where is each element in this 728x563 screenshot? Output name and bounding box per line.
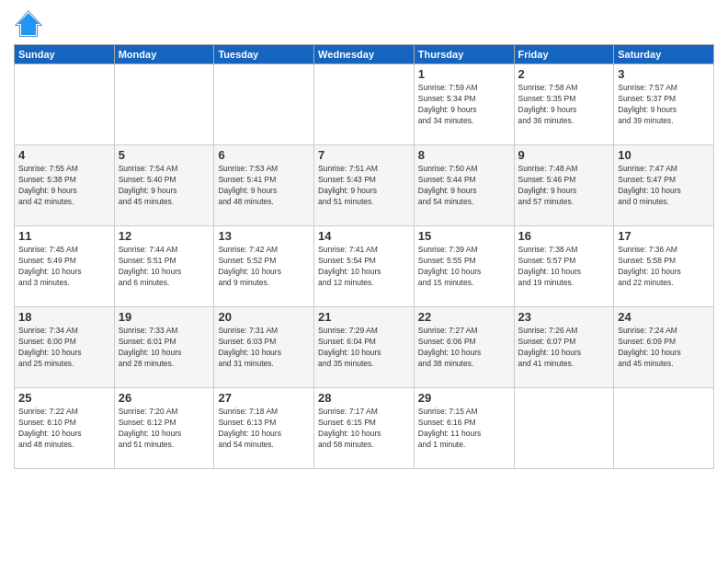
day-info: Sunrise: 7:51 AM Sunset: 5:43 PM Dayligh… — [318, 164, 410, 208]
calendar-cell — [114, 64, 214, 145]
day-info: Sunrise: 7:34 AM Sunset: 6:00 PM Dayligh… — [18, 326, 110, 370]
calendar-week-row: 18Sunrise: 7:34 AM Sunset: 6:00 PM Dayli… — [15, 307, 714, 388]
calendar-week-row: 1Sunrise: 7:59 AM Sunset: 5:34 PM Daylig… — [15, 64, 714, 145]
day-number: 17 — [618, 229, 710, 243]
calendar-cell — [15, 64, 115, 145]
day-number: 6 — [218, 148, 310, 162]
day-number: 9 — [518, 148, 610, 162]
day-info: Sunrise: 7:17 AM Sunset: 6:15 PM Dayligh… — [318, 407, 410, 451]
calendar-cell: 2Sunrise: 7:58 AM Sunset: 5:35 PM Daylig… — [514, 64, 614, 145]
svg-marker-0 — [17, 13, 40, 35]
day-info: Sunrise: 7:58 AM Sunset: 5:35 PM Dayligh… — [518, 83, 610, 127]
calendar-cell: 5Sunrise: 7:54 AM Sunset: 5:40 PM Daylig… — [114, 145, 214, 226]
day-info: Sunrise: 7:39 AM Sunset: 5:55 PM Dayligh… — [418, 245, 510, 289]
calendar-cell: 20Sunrise: 7:31 AM Sunset: 6:03 PM Dayli… — [214, 307, 314, 388]
calendar-cell: 11Sunrise: 7:45 AM Sunset: 5:49 PM Dayli… — [15, 226, 115, 307]
calendar-cell — [214, 64, 314, 145]
calendar-cell: 8Sunrise: 7:50 AM Sunset: 5:44 PM Daylig… — [414, 145, 514, 226]
day-number: 24 — [618, 310, 710, 324]
day-info: Sunrise: 7:20 AM Sunset: 6:12 PM Dayligh… — [119, 407, 210, 451]
day-number: 19 — [119, 310, 210, 324]
day-info: Sunrise: 7:18 AM Sunset: 6:13 PM Dayligh… — [218, 407, 310, 451]
day-info: Sunrise: 7:31 AM Sunset: 6:03 PM Dayligh… — [218, 326, 310, 370]
calendar-cell — [614, 388, 714, 469]
day-info: Sunrise: 7:42 AM Sunset: 5:52 PM Dayligh… — [218, 245, 310, 289]
day-number: 15 — [418, 229, 510, 243]
day-info: Sunrise: 7:33 AM Sunset: 6:01 PM Dayligh… — [119, 326, 210, 370]
weekday-header: Wednesday — [314, 45, 415, 64]
calendar-cell: 9Sunrise: 7:48 AM Sunset: 5:46 PM Daylig… — [514, 145, 614, 226]
calendar-cell: 27Sunrise: 7:18 AM Sunset: 6:13 PM Dayli… — [214, 388, 314, 469]
day-info: Sunrise: 7:22 AM Sunset: 6:10 PM Dayligh… — [18, 407, 110, 451]
calendar-week-row: 11Sunrise: 7:45 AM Sunset: 5:49 PM Dayli… — [15, 226, 714, 307]
calendar-cell: 16Sunrise: 7:38 AM Sunset: 5:57 PM Dayli… — [514, 226, 614, 307]
day-info: Sunrise: 7:41 AM Sunset: 5:54 PM Dayligh… — [318, 245, 410, 289]
day-info: Sunrise: 7:47 AM Sunset: 5:47 PM Dayligh… — [618, 164, 710, 208]
day-info: Sunrise: 7:59 AM Sunset: 5:34 PM Dayligh… — [418, 83, 510, 127]
calendar-week-row: 25Sunrise: 7:22 AM Sunset: 6:10 PM Dayli… — [15, 388, 714, 469]
page-header — [14, 9, 714, 39]
calendar-cell: 17Sunrise: 7:36 AM Sunset: 5:58 PM Dayli… — [614, 226, 714, 307]
day-number: 2 — [518, 67, 610, 81]
day-info: Sunrise: 7:54 AM Sunset: 5:40 PM Dayligh… — [119, 164, 210, 208]
day-number: 7 — [318, 148, 410, 162]
day-info: Sunrise: 7:57 AM Sunset: 5:37 PM Dayligh… — [618, 83, 710, 127]
logo-icon — [14, 9, 43, 39]
weekday-header: Thursday — [414, 45, 514, 64]
day-info: Sunrise: 7:36 AM Sunset: 5:58 PM Dayligh… — [618, 245, 710, 289]
calendar-cell: 21Sunrise: 7:29 AM Sunset: 6:04 PM Dayli… — [314, 307, 415, 388]
calendar-cell: 25Sunrise: 7:22 AM Sunset: 6:10 PM Dayli… — [15, 388, 115, 469]
logo — [14, 9, 47, 39]
calendar-cell: 7Sunrise: 7:51 AM Sunset: 5:43 PM Daylig… — [314, 145, 415, 226]
day-info: Sunrise: 7:26 AM Sunset: 6:07 PM Dayligh… — [518, 326, 610, 370]
calendar-cell — [514, 388, 614, 469]
day-number: 29 — [418, 391, 510, 405]
weekday-header: Saturday — [614, 45, 714, 64]
weekday-header: Monday — [114, 45, 214, 64]
calendar-cell: 1Sunrise: 7:59 AM Sunset: 5:34 PM Daylig… — [414, 64, 514, 145]
day-number: 28 — [318, 391, 410, 405]
day-number: 23 — [518, 310, 610, 324]
day-info: Sunrise: 7:38 AM Sunset: 5:57 PM Dayligh… — [518, 245, 610, 289]
day-number: 16 — [518, 229, 610, 243]
day-info: Sunrise: 7:27 AM Sunset: 6:06 PM Dayligh… — [418, 326, 510, 370]
calendar-cell: 28Sunrise: 7:17 AM Sunset: 6:15 PM Dayli… — [314, 388, 415, 469]
calendar-cell: 26Sunrise: 7:20 AM Sunset: 6:12 PM Dayli… — [114, 388, 214, 469]
day-number: 11 — [18, 229, 110, 243]
weekday-header-row: SundayMondayTuesdayWednesdayThursdayFrid… — [15, 45, 714, 64]
day-number: 4 — [18, 148, 110, 162]
calendar-cell: 19Sunrise: 7:33 AM Sunset: 6:01 PM Dayli… — [114, 307, 214, 388]
day-info: Sunrise: 7:53 AM Sunset: 5:41 PM Dayligh… — [218, 164, 310, 208]
day-info: Sunrise: 7:55 AM Sunset: 5:38 PM Dayligh… — [18, 164, 110, 208]
day-number: 20 — [218, 310, 310, 324]
day-number: 21 — [318, 310, 410, 324]
calendar-cell: 10Sunrise: 7:47 AM Sunset: 5:47 PM Dayli… — [614, 145, 714, 226]
calendar-cell: 22Sunrise: 7:27 AM Sunset: 6:06 PM Dayli… — [414, 307, 514, 388]
weekday-header: Tuesday — [214, 45, 314, 64]
day-number: 18 — [18, 310, 110, 324]
calendar-cell: 29Sunrise: 7:15 AM Sunset: 6:16 PM Dayli… — [414, 388, 514, 469]
day-number: 13 — [218, 229, 310, 243]
day-number: 25 — [18, 391, 110, 405]
day-info: Sunrise: 7:45 AM Sunset: 5:49 PM Dayligh… — [18, 245, 110, 289]
day-number: 14 — [318, 229, 410, 243]
calendar-cell: 6Sunrise: 7:53 AM Sunset: 5:41 PM Daylig… — [214, 145, 314, 226]
calendar-cell: 18Sunrise: 7:34 AM Sunset: 6:00 PM Dayli… — [15, 307, 115, 388]
day-number: 12 — [119, 229, 210, 243]
calendar-cell: 23Sunrise: 7:26 AM Sunset: 6:07 PM Dayli… — [514, 307, 614, 388]
day-info: Sunrise: 7:48 AM Sunset: 5:46 PM Dayligh… — [518, 164, 610, 208]
calendar-cell: 14Sunrise: 7:41 AM Sunset: 5:54 PM Dayli… — [314, 226, 415, 307]
calendar-table: SundayMondayTuesdayWednesdayThursdayFrid… — [14, 44, 714, 469]
calendar-cell: 24Sunrise: 7:24 AM Sunset: 6:09 PM Dayli… — [614, 307, 714, 388]
day-info: Sunrise: 7:24 AM Sunset: 6:09 PM Dayligh… — [618, 326, 710, 370]
calendar-cell: 13Sunrise: 7:42 AM Sunset: 5:52 PM Dayli… — [214, 226, 314, 307]
day-number: 3 — [618, 67, 710, 81]
calendar-cell: 3Sunrise: 7:57 AM Sunset: 5:37 PM Daylig… — [614, 64, 714, 145]
day-info: Sunrise: 7:15 AM Sunset: 6:16 PM Dayligh… — [418, 407, 510, 451]
day-number: 27 — [218, 391, 310, 405]
calendar-cell — [314, 64, 415, 145]
day-info: Sunrise: 7:29 AM Sunset: 6:04 PM Dayligh… — [318, 326, 410, 370]
day-info: Sunrise: 7:50 AM Sunset: 5:44 PM Dayligh… — [418, 164, 510, 208]
day-number: 5 — [119, 148, 210, 162]
calendar-week-row: 4Sunrise: 7:55 AM Sunset: 5:38 PM Daylig… — [15, 145, 714, 226]
